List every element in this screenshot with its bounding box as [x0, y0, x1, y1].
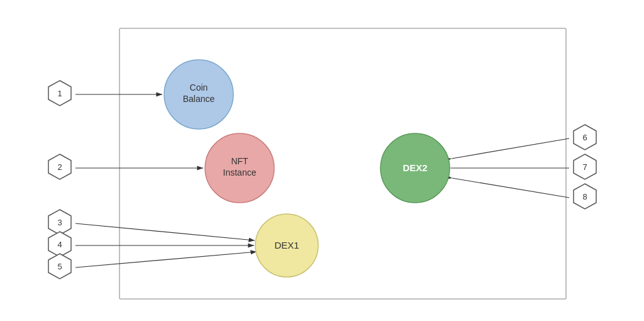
nft-instance-label2: Instance [223, 167, 257, 177]
hex-1-label: 1 [57, 89, 62, 98]
coin-balance-label2: Balance [183, 94, 215, 104]
hex-8-label: 8 [582, 192, 587, 201]
hex-4-label: 4 [57, 240, 62, 249]
diagram-canvas: Coin Balance NFT Instance DEX1 DEX2 1 2 … [0, 0, 644, 321]
hex-6-label: 6 [582, 133, 587, 142]
hex-5-label: 5 [57, 262, 62, 271]
dex2-label: DEX2 [402, 162, 427, 173]
nft-instance-label: NFT [231, 156, 248, 166]
dex1-label: DEX1 [274, 240, 299, 251]
hex-3-label: 3 [57, 218, 62, 227]
hex-7-label: 7 [582, 162, 587, 172]
hex-2-label: 2 [57, 162, 62, 172]
coin-balance-label: Coin [190, 82, 208, 93]
